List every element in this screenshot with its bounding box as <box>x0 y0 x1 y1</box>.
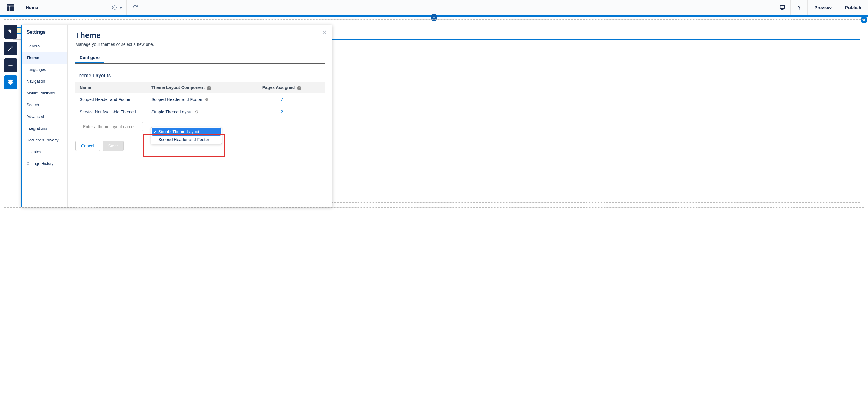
svg-rect-9 <box>8 65 12 66</box>
rail-theme-button[interactable] <box>4 41 18 56</box>
cell-component: Simple Theme Layout ⚙ <box>147 105 239 118</box>
sidebar-item-integrations[interactable]: Integrations <box>22 122 67 134</box>
dropdown-option[interactable]: Scoped Header and Footer <box>152 136 221 144</box>
refresh-button[interactable] <box>127 0 144 15</box>
sidebar-item-mobile-publisher[interactable]: Mobile Publisher <box>22 87 67 99</box>
cancel-button[interactable]: Cancel <box>75 141 100 151</box>
table-row: Scoped Header and FooterScoped Header an… <box>75 93 324 105</box>
svg-marker-7 <box>9 30 12 34</box>
col-pages: Pages Assigned i <box>239 82 324 93</box>
svg-rect-4 <box>780 5 784 8</box>
help-button[interactable] <box>790 0 807 15</box>
cell-component: Scoped Header and Footer ⚙ <box>147 93 239 105</box>
sidebar-item-advanced[interactable]: Advanced <box>22 111 67 122</box>
dropdown-list: Simple Theme LayoutScoped Header and Foo… <box>151 127 222 145</box>
settings-main: ✕ Theme Manage your themes or select a n… <box>67 25 332 207</box>
sidebar-item-navigation[interactable]: Navigation <box>22 75 67 87</box>
section-title: Theme Layouts <box>75 73 324 79</box>
region-body-placeholder[interactable] <box>331 52 860 202</box>
svg-rect-0 <box>7 4 14 5</box>
settings-sidebar: Settings GeneralThemeLanguagesNavigation… <box>22 25 67 207</box>
dropdown-option[interactable]: Simple Theme Layout <box>152 128 221 136</box>
svg-rect-2 <box>10 6 14 11</box>
gear-icon[interactable] <box>112 5 117 10</box>
left-rail <box>4 25 18 89</box>
sidebar-item-security-privacy[interactable]: Security & Privacy <box>22 134 67 146</box>
svg-point-5 <box>799 9 799 9</box>
save-button[interactable]: Save <box>102 141 124 151</box>
sidebar-item-updates[interactable]: Updates <box>22 146 67 158</box>
settings-panel: Settings GeneralThemeLanguagesNavigation… <box>21 25 332 207</box>
sidebar-item-general[interactable]: General <box>22 40 67 52</box>
home-tab[interactable]: Home ▾ <box>21 0 127 15</box>
info-icon[interactable]: i <box>297 86 301 90</box>
region-footer-placeholder[interactable] <box>4 208 864 219</box>
sidebar-item-theme[interactable]: Theme <box>22 52 67 64</box>
panel-title: Theme <box>75 31 324 40</box>
desktop-view-button[interactable] <box>774 0 790 15</box>
home-label: Home <box>26 5 38 10</box>
tab-configure[interactable]: Configure <box>75 52 104 63</box>
rail-pages-button[interactable] <box>4 59 18 72</box>
rail-components-button[interactable] <box>4 25 18 39</box>
publish-button[interactable]: Publish <box>838 0 868 15</box>
sidebar-item-search[interactable]: Search <box>22 99 67 111</box>
component-slot-right[interactable] <box>331 24 860 40</box>
rail-settings-button[interactable] <box>4 75 18 89</box>
info-icon[interactable]: i <box>207 86 211 90</box>
pages-link[interactable]: 7 <box>281 97 283 102</box>
caret-down-icon[interactable]: ▾ <box>120 5 122 10</box>
svg-rect-10 <box>8 67 12 67</box>
col-component: Theme Layout Component i <box>147 82 239 93</box>
tabs-row: Configure <box>75 52 324 64</box>
cell-pages: 2 <box>239 105 324 118</box>
cell-name: Scoped Header and Footer <box>75 93 147 105</box>
table-row: Service Not Available Theme L…Simple The… <box>75 105 324 118</box>
sidebar-item-languages[interactable]: Languages <box>22 64 67 75</box>
gear-icon[interactable]: ⚙ <box>195 109 199 114</box>
close-panel-button[interactable]: ✕ <box>322 29 327 36</box>
theme-layouts-table: Name Theme Layout Component i Pages Assi… <box>75 82 324 135</box>
gear-icon[interactable]: ⚙ <box>205 97 209 102</box>
svg-point-3 <box>114 7 115 8</box>
layout-icon[interactable] <box>0 0 21 15</box>
svg-rect-1 <box>7 6 10 11</box>
settings-sidebar-title: Settings <box>22 25 67 40</box>
panel-subtitle: Manage your themes or select a new one. <box>75 42 324 47</box>
pages-link[interactable]: 2 <box>281 109 283 114</box>
cell-name: Service Not Available Theme L… <box>75 105 147 118</box>
preview-button[interactable]: Preview <box>807 0 838 15</box>
svg-rect-8 <box>8 64 12 64</box>
col-name: Name <box>75 82 147 93</box>
sidebar-item-change-history[interactable]: Change History <box>22 158 67 169</box>
top-toolbar: Home ▾ Preview Publish <box>0 0 868 15</box>
theme-layout-name-input[interactable] <box>80 122 143 131</box>
cell-pages: 7 <box>239 93 324 105</box>
new-layout-row: Simple Theme LayoutScoped Header and Foo… <box>75 118 324 135</box>
